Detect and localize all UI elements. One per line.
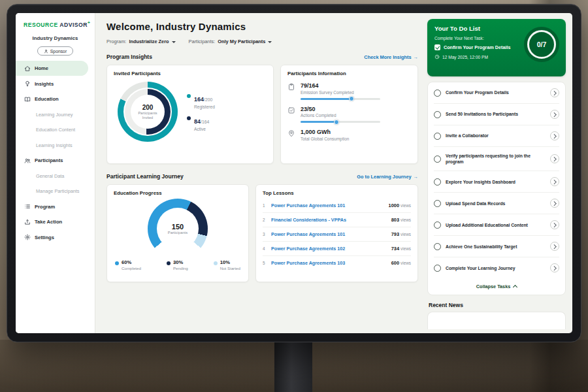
task-checkbox[interactable]: [434, 111, 441, 118]
stat-actions-completed: 23/50 Actions Completed: [287, 106, 411, 123]
program-filter-label: Program:: [106, 39, 126, 44]
task-row[interactable]: Achieve One Sustainability Target: [434, 236, 559, 257]
sidebar-item-take-action[interactable]: Take Action: [16, 214, 95, 230]
lesson-views-value: 803: [391, 217, 399, 223]
lesson-views-value: 1000: [389, 203, 399, 208]
sidebar-item-general-data[interactable]: General Data: [16, 168, 95, 184]
lesson-row[interactable]: 2 Financial Considerations - VPPAs 803vi…: [263, 213, 411, 227]
task-checkbox[interactable]: [434, 90, 441, 97]
donut-center-label: Participants Invited: [135, 111, 161, 120]
lesson-title-link[interactable]: Financial Considerations - VPPAs: [271, 217, 387, 223]
sponsor-badge-label: Sponsor: [50, 49, 67, 54]
sidebar-item-label: Learning Journey: [36, 112, 73, 118]
chevron-right-icon[interactable]: [550, 263, 559, 272]
chevron-right-icon[interactable]: [550, 131, 559, 140]
legend-value: 60%: [122, 259, 131, 265]
emission-progress-bar[interactable]: [301, 98, 380, 100]
task-label: Upload Additional Educational Content: [446, 222, 533, 228]
check-more-insights-link[interactable]: Check More Insights →: [364, 54, 418, 60]
program-filter[interactable]: Program: Industrialize Zero: [106, 39, 176, 44]
monitor-stand: [274, 342, 312, 392]
sidebar-item-learning-insights[interactable]: Learning Insights: [16, 137, 95, 153]
next-task-row[interactable]: Confirm Your Program Details: [434, 44, 526, 50]
lesson-views-suffix: views: [400, 261, 411, 265]
main-content: Welcome, Industry Dynamics Program: Indu…: [95, 13, 426, 333]
chevron-right-icon[interactable]: [550, 110, 559, 119]
legend-dot: [167, 261, 171, 265]
task-checkbox[interactable]: [434, 133, 441, 140]
legend-item-active: 84/164 Active: [187, 114, 215, 131]
chevron-right-icon[interactable]: [550, 154, 559, 163]
lesson-title-link[interactable]: Power Purchase Agreements 101: [271, 203, 385, 208]
role-badge-wrap: Sponsor: [16, 44, 95, 56]
task-row[interactable]: Upload Spend Data Records: [434, 193, 559, 214]
lesson-row[interactable]: 4 Power Purchase Agreements 102 734views: [263, 242, 411, 256]
task-row[interactable]: Send 50 Invitations to Participants: [434, 104, 559, 125]
task-label: Achieve One Sustainability Target: [446, 244, 533, 250]
collapse-tasks-link[interactable]: Collapse Tasks: [434, 278, 559, 295]
sponsor-badge[interactable]: Sponsor: [37, 46, 73, 56]
go-to-learning-journey-link[interactable]: Go to Learning Journey →: [357, 174, 418, 180]
sidebar-item-program[interactable]: Program: [16, 199, 95, 214]
task-row[interactable]: Complete Your Learning Journey: [434, 257, 559, 278]
lesson-rank: 4: [263, 246, 271, 251]
chevron-right-icon[interactable]: [550, 242, 559, 251]
participants-filter[interactable]: Participants: Only My Participants: [189, 39, 272, 44]
task-checkbox[interactable]: [434, 265, 441, 272]
task-checkbox[interactable]: [434, 221, 441, 229]
sidebar-item-education-content[interactable]: Education Content: [16, 122, 95, 138]
chevron-right-icon[interactable]: [550, 88, 559, 97]
lesson-title-link[interactable]: Power Purchase Agreements 102: [271, 246, 387, 252]
task-row[interactable]: Upload Additional Educational Content: [434, 214, 559, 236]
chevron-right-icon[interactable]: [550, 199, 559, 208]
sidebar-item-education[interactable]: Education: [16, 91, 95, 107]
stat-label: Actions Completed: [301, 113, 380, 118]
sidebar-item-label: Learning Insights: [36, 142, 73, 148]
chevron-down-icon: [172, 41, 176, 43]
chevron-right-icon[interactable]: [550, 220, 559, 229]
clock-icon: [434, 54, 440, 59]
lesson-row[interactable]: 5 Power Purchase Agreements 103 600views: [263, 256, 411, 270]
task-label: Upload Spend Data Records: [446, 201, 533, 206]
sidebar-item-participants[interactable]: Participants: [16, 153, 95, 169]
sidebar-item-settings[interactable]: Settings: [16, 229, 95, 245]
lesson-row[interactable]: 3 Power Purchase Agreements 101 793views: [263, 227, 411, 242]
sidebar-item-home[interactable]: Home: [16, 61, 88, 76]
task-checkbox[interactable]: [434, 200, 441, 207]
insights-cards-row: Invited Participants 200 Participants In…: [106, 65, 418, 164]
task-row[interactable]: Verify participants requesting to join t…: [434, 147, 559, 171]
legend-item-completed: 60% Completed: [115, 259, 141, 270]
chevron-right-icon[interactable]: [550, 177, 559, 186]
stage: RESOURCE ADVISOR+ Industry Dynamics Spon…: [0, 0, 588, 392]
legend-label: Pending: [167, 266, 188, 270]
program-filter-value: Industrialize Zero: [129, 39, 169, 44]
lesson-row[interactable]: 1 Power Purchase Agreements 101 1000view…: [263, 199, 411, 213]
task-checkbox[interactable]: [434, 178, 441, 186]
checked-checkbox-icon[interactable]: [434, 44, 440, 50]
sidebar-item-manage-participants[interactable]: Manage Participants: [16, 184, 95, 199]
gauge-center-value: 150: [172, 223, 184, 231]
task-row[interactable]: Invite a Collaborator: [434, 125, 559, 147]
program-insights-header: Program Insights Check More Insights →: [106, 54, 418, 60]
sidebar-item-insights[interactable]: Insights: [16, 76, 95, 91]
task-checkbox[interactable]: [434, 243, 441, 250]
lesson-title-link[interactable]: Power Purchase Agreements 103: [271, 260, 387, 266]
lesson-title-link[interactable]: Power Purchase Agreements 101: [271, 231, 387, 237]
task-row[interactable]: Confirm Your Program Details: [434, 82, 559, 104]
next-task-label: Confirm Your Program Details: [444, 44, 510, 50]
brand-plus: +: [88, 20, 90, 25]
lesson-views-suffix: views: [400, 203, 411, 208]
actions-progress-bar[interactable]: [301, 121, 380, 123]
book-icon: [24, 96, 31, 103]
lightbulb-icon: [24, 80, 31, 87]
legend-value: 30%: [173, 259, 183, 265]
stat-emission-survey: 79/164 Emission Survey Completed: [287, 82, 411, 100]
legend-value: 164: [194, 96, 204, 103]
task-row[interactable]: Explore Your Insights Dashboard: [434, 171, 559, 193]
task-label: Complete Your Learning Journey: [446, 265, 533, 271]
task-checkbox[interactable]: [434, 155, 441, 163]
legend-item-registered: 164/200 Registered: [187, 92, 215, 109]
sidebar-item-learning-journey[interactable]: Learning Journey: [16, 106, 95, 122]
recent-news-card: [427, 312, 566, 329]
legend-dot: [214, 261, 218, 265]
